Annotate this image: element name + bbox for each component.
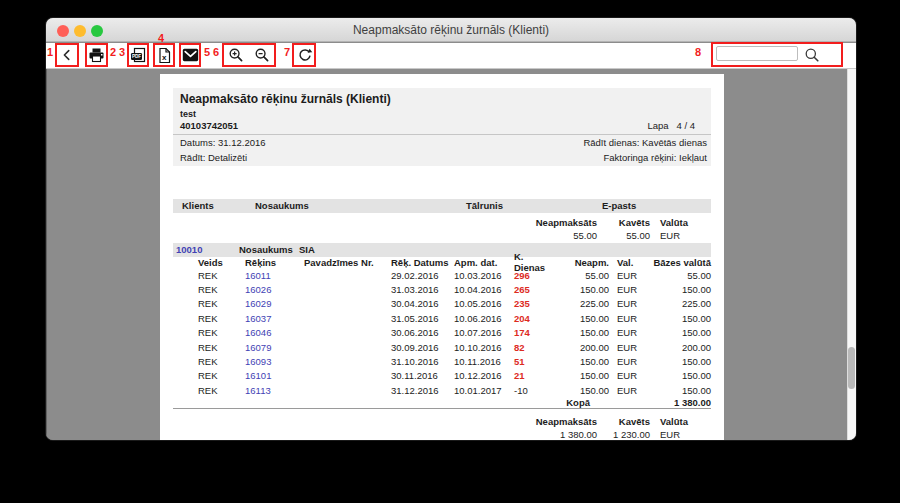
registration-number: 40103742051	[180, 120, 238, 131]
col-valuta: Valūta	[655, 416, 711, 427]
back-icon	[60, 48, 74, 62]
cell-veids: REK	[198, 298, 245, 309]
table-total-row: Kopā 1 380.00	[173, 398, 711, 410]
client-row: 10010 Nosaukums SIA	[173, 243, 711, 257]
cell-apm-dat: 10.06.2016	[454, 313, 514, 324]
cell-val: EUR	[609, 313, 650, 324]
cell-bazes: 150.00	[650, 284, 711, 295]
page-label: Lapa	[647, 120, 668, 131]
report-subtitle: test	[173, 108, 711, 120]
page-indicator: Lapa 4 / 4	[647, 120, 695, 131]
cell-neapm: 225.00	[556, 298, 609, 309]
svg-text:x: x	[161, 53, 166, 62]
cell-bazes: 150.00	[650, 385, 711, 396]
cell-neapm: 150.00	[556, 313, 609, 324]
cell-bazes: 225.00	[650, 298, 711, 309]
cell-val: EUR	[609, 370, 650, 381]
cell-bazes: 150.00	[650, 313, 711, 324]
titlebar: Neapmaksāto rēķinu žurnāls (Klienti)	[46, 18, 856, 42]
cell-bazes: 200.00	[650, 342, 711, 353]
report-page: Neapmaksāto rēķinu žurnāls (Klienti) tes…	[160, 74, 724, 440]
cell-k-dienas: 235	[514, 298, 556, 309]
search-button[interactable]	[802, 45, 822, 65]
invoice-link[interactable]: 16113	[245, 385, 304, 396]
table-row: REK 16037 31.05.2016 10.06.2016 204 150.…	[160, 311, 724, 325]
factoring-setting: Faktoringa rēķini: Iekļaut	[604, 152, 708, 163]
table-row: REK 16093 31.10.2016 10.11.2016 51 150.0…	[160, 354, 724, 368]
cell-neapm: 150.00	[556, 356, 609, 367]
client-name: SIA	[299, 244, 315, 255]
cell-apm-dat: 10.12.2016	[454, 370, 514, 381]
invoice-link[interactable]: 16079	[245, 342, 304, 353]
col-kavets: Kavēts	[602, 416, 655, 427]
invoice-link[interactable]: 16093	[245, 356, 304, 367]
invoice-table: Veids Rēķins Pavadzīmes Nr. Rēķ. Datums …	[160, 256, 724, 409]
scrollbar-track[interactable]	[847, 69, 856, 440]
zoom-in-button[interactable]	[226, 45, 246, 65]
col-neapmaksats: Neapmaksāts	[502, 217, 602, 228]
cell-apm-dat: 10.10.2016	[454, 342, 514, 353]
cell-neapm: 150.00	[556, 370, 609, 381]
cell-veids: REK	[198, 284, 245, 295]
invoice-link[interactable]: 16011	[245, 270, 304, 281]
svg-text:PDF: PDF	[132, 54, 141, 59]
table-row: REK 16026 31.03.2016 10.04.2016 265 150.…	[160, 282, 724, 296]
cell-k-dienas: 265	[514, 284, 556, 295]
cell-rek-datums: 30.11.2016	[391, 370, 454, 381]
excel-export-button[interactable]: x	[155, 45, 173, 65]
invoice-link[interactable]: 16046	[245, 327, 304, 338]
col-val: Val.	[609, 257, 650, 268]
client-code-link[interactable]: 10010	[176, 244, 239, 255]
cell-veids: REK	[198, 327, 245, 338]
search-input[interactable]	[716, 46, 798, 61]
refresh-icon	[297, 47, 313, 63]
print-button[interactable]	[87, 45, 106, 65]
cell-bazes: 150.00	[650, 327, 711, 338]
report-title: Neapmaksāto rēķinu žurnāls (Klienti)	[173, 88, 711, 108]
top-neapmaksats-value: 55.00	[502, 230, 602, 241]
cell-rek-datums: 30.06.2016	[391, 327, 454, 338]
cell-rek-datums: 30.09.2016	[391, 342, 454, 353]
cell-apm-dat: 10.04.2016	[454, 284, 514, 295]
invoice-link[interactable]: 16029	[245, 298, 304, 309]
invoice-link[interactable]: 16037	[245, 313, 304, 324]
total-label: Kopā	[198, 397, 590, 408]
col-epasts: E-pasts	[602, 200, 636, 211]
email-icon	[182, 48, 199, 62]
email-button[interactable]	[181, 45, 199, 65]
cell-k-dienas: 174	[514, 327, 556, 338]
table-row: REK 16011 29.02.2016 10.03.2016 296 55.0…	[160, 268, 724, 282]
col-bazes-valuta: Bāzes valūtā	[650, 257, 711, 268]
bottom-valuta-value: EUR	[655, 429, 711, 440]
cell-neapm: 150.00	[556, 327, 609, 338]
cell-k-dienas: 82	[514, 342, 556, 353]
bottom-kavets-value: 1 230.00	[602, 429, 655, 440]
summary-header-row: Klients Nosaukums Tālrunis E-pasts	[173, 199, 711, 213]
cell-k-dienas: 51	[514, 356, 556, 367]
cell-bazes: 150.00	[650, 356, 711, 367]
cell-k-dienas: -10	[514, 385, 556, 396]
report-date: Datums: 31.12.2016	[180, 137, 266, 148]
pdf-export-button[interactable]: PDF	[129, 45, 147, 65]
col-valuta: Valūta	[655, 217, 711, 228]
invoice-link[interactable]: 16101	[245, 370, 304, 381]
col-neapmaksats: Neapmaksāts	[502, 416, 602, 427]
scrollbar-thumb[interactable]	[848, 347, 855, 389]
excel-export-icon: x	[157, 47, 172, 64]
back-button[interactable]	[57, 45, 77, 65]
cell-veids: REK	[198, 356, 245, 367]
col-klients: Klients	[182, 200, 255, 211]
invoice-link[interactable]: 16026	[245, 284, 304, 295]
col-veids: Veids	[198, 257, 245, 268]
print-icon	[88, 47, 105, 63]
cell-val: EUR	[609, 327, 650, 338]
cell-rek-datums: 31.10.2016	[391, 356, 454, 367]
refresh-button[interactable]	[295, 45, 315, 65]
cell-val: EUR	[609, 270, 650, 281]
cell-neapm: 150.00	[556, 284, 609, 295]
zoom-out-button[interactable]	[252, 45, 272, 65]
top-totals-header: Neapmaksāts Kavēts Valūta	[173, 216, 711, 229]
total-value: 1 380.00	[674, 397, 711, 408]
bottom-neapmaksats-value: 1 380.00	[502, 429, 602, 440]
cell-apm-dat: 10.05.2016	[454, 298, 514, 309]
